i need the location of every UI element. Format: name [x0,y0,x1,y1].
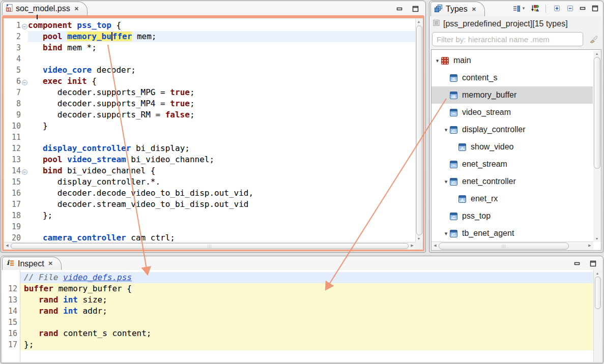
maximize-icon[interactable] [591,5,599,12]
code-token: display_controller.*. [28,177,160,187]
gutter-row: 20 [4,232,28,242]
code-line[interactable]: }; [20,339,593,350]
tab-types[interactable]: Types ✕ [430,2,485,16]
expand-arrow-icon[interactable]: ▾ [442,178,450,185]
file-link[interactable]: video_defs.pss [63,272,132,282]
line-number: 2 [16,31,21,42]
maximize-icon[interactable] [412,5,419,14]
code-line[interactable]: video_core decoder; [28,65,416,76]
chevron-down-icon[interactable]: ▼ [522,6,526,11]
tree-item-display_controller[interactable]: ▾Cdisplay_controller [432,121,593,138]
editor-tab-title: soc_model.pss [16,4,70,13]
code-token: rand [39,306,59,316]
close-icon[interactable]: ✕ [74,6,79,12]
scroll-right-icon[interactable]: ▶ [587,242,593,249]
scroll-left-icon[interactable]: ◀ [4,242,10,249]
scroll-down-icon[interactable]: ▼ [594,236,600,242]
code-line[interactable]: rand content_s content; [20,328,593,339]
close-icon[interactable]: ✕ [48,260,53,267]
code-line[interactable]: decoder.supports_MPG = true; [28,87,416,98]
tree-item-show_video[interactable]: Ashow_video [432,138,593,156]
scrollbar-thumb[interactable]: ||| [439,242,569,250]
code-line[interactable] [28,53,416,65]
fold-collapse-icon[interactable]: − [22,80,27,85]
code-line[interactable]: display_controller bi_display; [28,143,416,154]
editor-vertical-scrollbar[interactable]: ▲ ▼ [415,18,423,242]
scrollbar-thumb[interactable] [595,277,601,309]
code-token [28,43,43,52]
tab-soc-model[interactable]: S soc_model.pss ✕ [2,2,88,15]
line-number: 11 [12,132,21,143]
scroll-right-icon[interactable]: ▶ [409,242,415,249]
expand-all-icon[interactable] [553,4,561,13]
types-toolbar: ▼ [512,4,599,13]
inspect-code-lines[interactable]: // File video_defs.pss buffer memory_buf… [20,270,593,362]
code-line[interactable]: } [28,120,416,132]
scroll-up-icon[interactable]: ▲ [416,19,422,25]
gutter-row: 17 [4,199,28,210]
minimize-icon[interactable] [573,260,581,269]
customize-view-icon[interactable] [530,5,539,13]
code-line[interactable]: exec init { [28,76,416,87]
close-icon[interactable]: ✕ [472,6,476,13]
fold-collapse-icon[interactable]: − [22,169,27,175]
code-area[interactable]: 1−23456−7891011121314−151617181920 compo… [4,18,416,242]
code-line[interactable]: display_controller.*. [28,176,416,188]
code-line[interactable]: pool memory_buffer mem; [28,31,416,42]
code-line[interactable]: decoder.supports_MP4 = true; [28,98,416,109]
fold-collapse-icon[interactable]: − [22,24,27,29]
tree-item-memory_buffer[interactable]: |||memory_buffer [432,86,593,104]
tree-vertical-scrollbar[interactable]: ▲ ▼ [593,51,601,242]
scrollbar-thumb[interactable] [416,25,422,235]
clear-filter-brush-icon[interactable] [589,35,598,46]
tree-item-video_stream[interactable]: ~video_stream [432,104,593,121]
tree-item-main[interactable]: ▾main [432,52,593,69]
collapse-all-icon[interactable] [566,4,574,13]
scroll-down-icon[interactable]: ▼ [416,236,422,242]
code-token: rand [39,328,59,338]
minimize-icon[interactable] [579,6,587,12]
tree-item-enet_controller[interactable]: ▾Cenet_controller [432,173,593,190]
expand-arrow-icon[interactable]: ▾ [442,127,450,133]
code-token: decoder.supports_MP4 = [28,99,170,108]
tree-item-content_s[interactable]: Scontent_s [432,69,593,86]
code-line[interactable]: rand int addr; [20,306,593,317]
code-line[interactable]: bind mem *; [28,42,416,53]
code-lines[interactable]: component pss_top { pool memory_buffer m… [28,18,416,242]
code-line[interactable]: decoder.stream_video_to_bi_disp.out_vid [28,199,416,210]
code-line[interactable] [20,317,593,328]
code-line[interactable] [28,132,416,143]
scroll-up-icon[interactable]: ▲ [594,51,600,57]
code-line[interactable] [28,221,416,232]
code-line[interactable]: pool video_stream bi_video_channel; [28,154,416,165]
tree-item-enet_stream[interactable]: ~enet_stream [432,156,593,173]
code-token: ; [190,87,195,97]
code-line[interactable]: }; [28,210,416,221]
tree-item-enet_rx[interactable]: Aenet_rx [432,190,593,207]
editor-horizontal-scrollbar[interactable]: ◀ ||| ▶ [4,242,416,250]
tree-horizontal-scrollbar[interactable]: ◀ ||| ▶ [432,241,593,250]
sort-icon[interactable]: ▼ [512,5,526,13]
code-line[interactable]: buffer memory_buffer { [20,283,593,294]
code-line[interactable]: component pss_top { [28,20,416,31]
scrollbar-thumb[interactable] [594,57,600,169]
scroll-left-icon[interactable]: ◀ [432,242,438,249]
expand-arrow-icon[interactable]: ▾ [434,57,441,64]
code-line[interactable]: rand int size; [20,294,593,306]
maximize-icon[interactable] [589,260,597,269]
tree-item-pss_top[interactable]: Cpss_top [432,207,593,225]
minimize-icon[interactable] [396,5,404,14]
code-line[interactable]: decoder.supports_RM = false; [28,109,416,120]
code-line[interactable]: decoder.decode_video_to_bi_disp.out_vid, [28,188,416,199]
code-line[interactable]: bind bi_video_channel { [28,165,416,176]
tab-inspect[interactable]: i Inspect ✕ [2,257,62,270]
scroll-up-icon[interactable]: ▲ [594,270,600,277]
inspect-vertical-scrollbar[interactable]: ▲ [593,270,602,362]
code-line[interactable]: camera_controller cam ctrl; [28,232,416,242]
tree-item-tb_enet_agent[interactable]: ▾Ctb_enet_agent [432,225,593,242]
filter-input[interactable] [432,32,583,46]
expand-arrow-icon[interactable]: ▾ [442,230,450,237]
filter-row [430,31,602,49]
scrollbar-thumb[interactable]: ||| [11,243,409,249]
editor-viewport: 1−23456−7891011121314−151617181920 compo… [2,15,424,251]
